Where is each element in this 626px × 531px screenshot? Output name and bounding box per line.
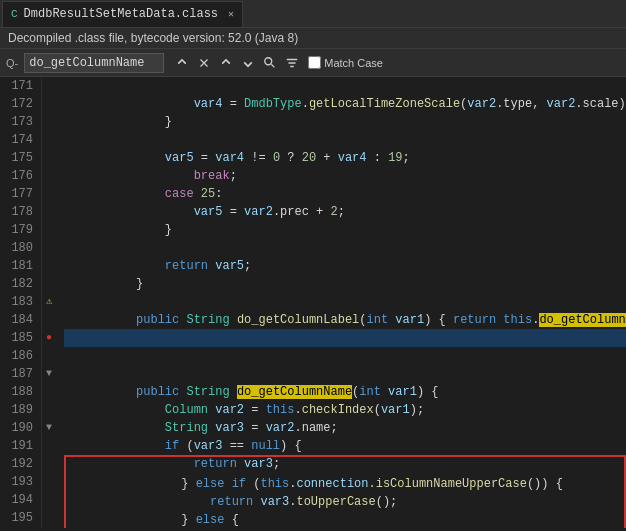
code-line-183: public String do_getColumnLabel(int var1… <box>64 293 626 311</box>
line-num-189: 189 <box>4 401 33 419</box>
line-num-187: 187 <box>4 365 33 383</box>
line-num-172: 172 <box>4 95 33 113</box>
code-line-190: if (var3 == null) { <box>64 419 626 437</box>
gutter-195 <box>42 509 56 527</box>
code-line-181: } <box>64 257 626 275</box>
search-up-button[interactable] <box>216 55 236 71</box>
code-line-173 <box>64 113 626 131</box>
gutter-194 <box>42 491 56 509</box>
gutter: ⚠ ● ▼ ▼ <box>42 77 60 528</box>
filter-button[interactable] <box>282 55 302 71</box>
gutter-179 <box>42 221 56 239</box>
code-line-172: } <box>64 95 626 113</box>
code-line-174: var5 = var4 != 0 ? 20 + var4 : 19; <box>64 131 626 149</box>
line-num-193: 193 <box>4 473 33 491</box>
code-line-194: } else { <box>66 493 624 511</box>
gutter-192 <box>42 455 56 473</box>
gutter-184 <box>42 311 56 329</box>
line-num-171: 171 <box>4 77 33 95</box>
line-num-185: 185 <box>4 329 33 347</box>
search-icon: Q- <box>6 57 18 69</box>
line-num-175: 175 <box>4 149 33 167</box>
search-prev-button[interactable] <box>172 55 192 71</box>
gutter-186 <box>42 347 56 365</box>
gutter-171 <box>42 77 56 95</box>
line-num-177: 177 <box>4 185 33 203</box>
code-line-184 <box>64 311 626 329</box>
code-line-188: Column var2 = this.checkIndex(var1); <box>64 383 626 401</box>
match-case-label[interactable]: Match Case <box>308 56 383 69</box>
code-line-182 <box>64 275 626 293</box>
line-num-179: 179 <box>4 221 33 239</box>
code-line-177: var5 = var2.prec + 2; <box>64 185 626 203</box>
line-num-173: 173 <box>4 113 33 131</box>
line-num-190: 190 <box>4 419 33 437</box>
code-line-186 <box>64 347 626 365</box>
file-tab-label: DmdbResultSetMetaData.class <box>24 7 218 21</box>
gutter-178 <box>42 203 56 221</box>
info-bar-text: Decompiled .class file, bytecode version… <box>8 31 298 45</box>
match-case-checkbox[interactable] <box>308 56 321 69</box>
line-num-195: 195 <box>4 509 33 527</box>
gutter-188 <box>42 383 56 401</box>
line-num-181: 181 <box>4 257 33 275</box>
gutter-189 <box>42 401 56 419</box>
info-bar: Decompiled .class file, bytecode version… <box>0 28 626 49</box>
line-num-186: 186 <box>4 347 33 365</box>
code-line-187: public String do_getColumnName(int var1)… <box>64 365 626 383</box>
gutter-176 <box>42 167 56 185</box>
line-num-184: 184 <box>4 311 33 329</box>
file-tab-icon: C <box>11 8 18 20</box>
gutter-181 <box>42 257 56 275</box>
search-file-button[interactable] <box>260 55 280 71</box>
code-line-171: var4 = DmdbType.getLocalTimeZoneScale(va… <box>64 77 626 95</box>
code-line-179 <box>64 221 626 239</box>
code-line-193: return var3.toUpperCase(); <box>66 475 624 493</box>
search-clear-button[interactable] <box>194 55 214 71</box>
line-num-180: 180 <box>4 239 33 257</box>
code-content[interactable]: var4 = DmdbType.getLocalTimeZoneScale(va… <box>60 77 626 528</box>
gutter-175 <box>42 149 56 167</box>
code-line-175: break; <box>64 149 626 167</box>
line-num-178: 178 <box>4 203 33 221</box>
line-num-191: 191 <box>4 437 33 455</box>
gutter-182 <box>42 275 56 293</box>
gutter-180 <box>42 239 56 257</box>
collapse-icon-190[interactable]: ▼ <box>42 419 56 437</box>
tab-bar: C DmdbResultSetMetaData.class ✕ <box>0 0 626 28</box>
warning-icon-183: ⚠ <box>42 293 56 311</box>
file-tab[interactable]: C DmdbResultSetMetaData.class ✕ <box>2 1 243 27</box>
code-line-189: String var3 = var2.name; <box>64 401 626 419</box>
code-line-192: } else if (this.connection.isColumnNameU… <box>66 457 624 475</box>
line-num-194: 194 <box>4 491 33 509</box>
gutter-174 <box>42 131 56 149</box>
code-line-176: case 25: <box>64 167 626 185</box>
code-line-191: return var3; <box>64 437 626 455</box>
gutter-172 <box>42 95 56 113</box>
line-num-182: 182 <box>4 275 33 293</box>
search-down-button[interactable] <box>238 55 258 71</box>
search-bar: Q- Match Case <box>0 49 626 77</box>
svg-line-1 <box>272 64 275 67</box>
code-line-185 <box>64 329 626 347</box>
search-nav-buttons <box>172 55 302 71</box>
line-num-192: 192 <box>4 455 33 473</box>
code-area: 171 172 173 174 175 176 177 178 179 180 … <box>0 77 626 528</box>
gutter-193 <box>42 473 56 491</box>
collapse-icon-187[interactable]: ▼ <box>42 365 56 383</box>
code-line-195: return this.connection.isColumnNameLower… <box>66 511 624 528</box>
red-bordered-block: } else if (this.connection.isColumnNameU… <box>64 455 626 528</box>
breakpoint-185[interactable]: ● <box>42 329 56 347</box>
gutter-196 <box>42 527 56 528</box>
match-case-text: Match Case <box>324 57 383 69</box>
line-num-196: 196 <box>4 527 33 528</box>
line-numbers: 171 172 173 174 175 176 177 178 179 180 … <box>0 77 42 528</box>
line-num-176: 176 <box>4 167 33 185</box>
line-num-174: 174 <box>4 131 33 149</box>
line-num-183: 183 <box>4 293 33 311</box>
tab-close-button[interactable]: ✕ <box>228 8 234 20</box>
code-line-178: } <box>64 203 626 221</box>
search-input[interactable] <box>29 56 149 70</box>
gutter-177 <box>42 185 56 203</box>
code-line-180: return var5; <box>64 239 626 257</box>
